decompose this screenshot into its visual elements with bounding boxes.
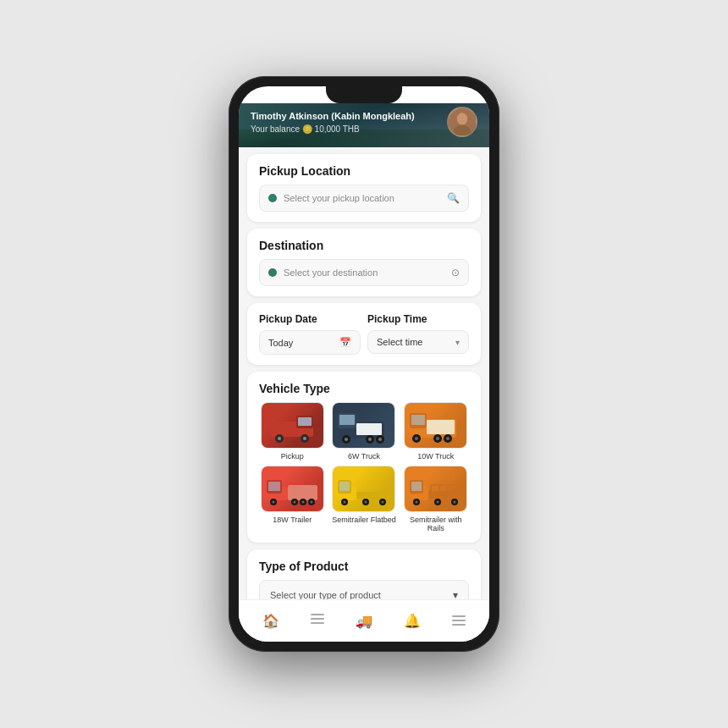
vehicle-type-card: Vehicle Type xyxy=(247,372,481,543)
svg-point-37 xyxy=(293,501,295,504)
wifi-icon: ▾▾ xyxy=(447,92,455,101)
vehicle-grid: Pickup xyxy=(259,402,469,532)
svg-point-62 xyxy=(416,501,418,504)
svg-point-7 xyxy=(278,437,281,440)
svg-point-51 xyxy=(382,501,384,504)
bell-icon: 🔔 xyxy=(404,613,421,629)
pickup-location-input[interactable]: Select your pickup location 🔍 xyxy=(259,185,469,212)
svg-rect-44 xyxy=(339,482,350,491)
vehicle-label-18w: 18W Trailer xyxy=(273,516,312,524)
pickup-time-col: Pickup Time Select time ▾ xyxy=(367,313,469,355)
vehicle-item-semi-rail[interactable]: Semitrailer with Rails xyxy=(402,466,469,532)
user-info: Timothy Atkinson (Kabin Mongkleah) Your … xyxy=(251,110,447,133)
svg-point-41 xyxy=(310,501,312,504)
svg-rect-32 xyxy=(268,482,280,491)
svg-rect-69 xyxy=(311,622,324,624)
vehicle-type-title: Vehicle Type xyxy=(259,382,469,395)
vehicle-item-10w[interactable]: 10W Truck xyxy=(402,402,469,461)
home-icon: 🏠 xyxy=(262,613,279,629)
date-time-row: Pickup Date Today 📅 Pickup Time Select t… xyxy=(259,313,469,355)
pickup-date-label: Pickup Date xyxy=(259,313,361,325)
svg-point-19 xyxy=(378,438,382,441)
pickup-date-value: Today xyxy=(268,338,293,348)
svg-point-49 xyxy=(365,501,367,504)
vehicle-img-semi-rail xyxy=(404,466,467,512)
search-icon: 🔍 xyxy=(447,192,460,204)
svg-rect-70 xyxy=(452,615,466,617)
destination-title: Destination xyxy=(259,239,469,252)
pickup-location-placeholder: Select your pickup location xyxy=(284,193,440,203)
vehicle-label-semi-flat: Semitrailer Flatbed xyxy=(332,516,396,524)
destination-placeholder: Select your destination xyxy=(284,267,444,278)
pickup-date-select[interactable]: Today 📅 xyxy=(259,330,361,355)
svg-rect-72 xyxy=(452,624,466,626)
pickup-location-card: Pickup Location Select your pickup locat… xyxy=(247,154,481,222)
pickup-time-placeholder: Select time xyxy=(377,337,422,347)
svg-rect-5 xyxy=(298,417,312,426)
svg-rect-22 xyxy=(411,415,425,425)
avatar[interactable] xyxy=(447,107,477,137)
calendar-icon: 📅 xyxy=(339,337,351,348)
nav-home[interactable]: 🏠 xyxy=(256,609,286,632)
bottom-nav: 🏠 🚚 🔔 xyxy=(239,599,489,642)
svg-rect-68 xyxy=(311,618,324,620)
svg-rect-23 xyxy=(427,420,455,434)
status-icons: ▾▾ xyxy=(434,92,474,101)
svg-point-64 xyxy=(437,501,439,504)
phone-screen: 9:41 ▾▾ Timothy Atkinson (Kabin Mongklea… xyxy=(239,86,489,642)
svg-point-25 xyxy=(415,437,418,440)
svg-point-39 xyxy=(301,501,304,504)
svg-point-17 xyxy=(368,438,372,441)
svg-rect-12 xyxy=(339,415,355,425)
avatar-face xyxy=(449,108,476,135)
svg-rect-45 xyxy=(356,492,389,499)
type-of-product-title: Type of Product xyxy=(259,560,469,573)
nav-truck[interactable]: 🚚 xyxy=(349,609,379,632)
svg-point-27 xyxy=(436,437,439,440)
status-time: 9:41 xyxy=(254,91,273,102)
menu-icon xyxy=(452,614,466,629)
destination-card: Destination Select your destination ⊙ xyxy=(247,229,481,296)
user-balance: Your balance 🪙 10,000 THB xyxy=(251,124,447,134)
vehicle-item-6w[interactable]: 6W Truck xyxy=(331,402,398,461)
svg-point-15 xyxy=(345,438,348,441)
svg-point-1 xyxy=(457,113,467,124)
svg-rect-67 xyxy=(311,614,324,615)
svg-point-66 xyxy=(454,501,456,504)
nav-list[interactable] xyxy=(304,610,331,632)
nav-menu[interactable] xyxy=(445,610,472,632)
vehicle-label-pickup: Pickup xyxy=(281,452,304,461)
date-time-card: Pickup Date Today 📅 Pickup Time Select t… xyxy=(247,303,481,365)
svg-rect-33 xyxy=(288,485,317,500)
pickup-date-col: Pickup Date Today 📅 xyxy=(259,313,361,355)
svg-rect-71 xyxy=(452,620,466,621)
pickup-location-title: Pickup Location xyxy=(259,164,469,178)
phone-notch xyxy=(326,86,402,103)
pickup-time-select[interactable]: Select time ▾ xyxy=(367,330,469,354)
vehicle-img-10w xyxy=(404,402,467,449)
signal-icon xyxy=(434,92,444,101)
vehicle-item-18w[interactable]: 18W Trailer xyxy=(259,466,326,532)
svg-point-35 xyxy=(272,501,274,504)
pickup-time-label: Pickup Time xyxy=(367,313,469,325)
vehicle-label-6w: 6W Truck xyxy=(348,452,380,461)
truck-nav-icon: 🚚 xyxy=(356,613,372,629)
header-content: Timothy Atkinson (Kabin Mongkleah) Your … xyxy=(251,107,477,137)
location-dot-icon xyxy=(268,194,277,202)
target-icon: ⊙ xyxy=(451,267,460,279)
main-content: Pickup Location Select your pickup locat… xyxy=(239,147,489,622)
nav-bell[interactable]: 🔔 xyxy=(397,609,427,632)
phone-frame: 9:41 ▾▾ Timothy Atkinson (Kabin Mongklea… xyxy=(229,76,499,652)
vehicle-img-pickup xyxy=(261,402,324,449)
vehicle-img-18w xyxy=(261,466,324,512)
svg-rect-54 xyxy=(411,482,422,491)
svg-point-29 xyxy=(446,437,449,440)
vehicle-item-pickup[interactable]: Pickup xyxy=(259,402,326,461)
destination-dot-icon xyxy=(268,268,277,277)
vehicle-item-semi-flat[interactable]: Semitrailer Flatbed xyxy=(331,466,398,532)
destination-input[interactable]: Select your destination ⊙ xyxy=(259,259,469,286)
svg-rect-13 xyxy=(356,423,382,435)
vehicle-img-semi-flat xyxy=(332,466,395,512)
svg-point-9 xyxy=(303,437,306,440)
battery-icon xyxy=(459,93,474,101)
